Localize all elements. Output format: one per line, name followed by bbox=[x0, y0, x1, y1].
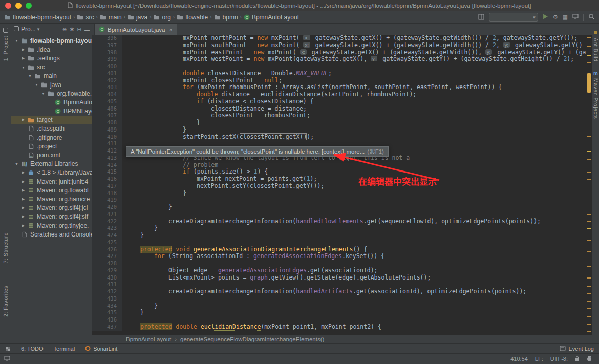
search-icon[interactable] bbox=[588, 13, 595, 22]
code-line[interactable]: 427for (String associationId : generated… bbox=[92, 253, 586, 260]
warning-stripe-mark[interactable] bbox=[587, 266, 591, 267]
code-line[interactable]: 425 bbox=[92, 239, 586, 246]
warning-stripe-mark[interactable] bbox=[587, 159, 591, 160]
code-line[interactable]: 400 bbox=[92, 63, 586, 70]
tree-item[interactable]: CBpmnAutoLayout bbox=[11, 98, 92, 106]
tooltip-more-link[interactable]: more... bbox=[347, 148, 365, 155]
warning-stripe-mark[interactable] bbox=[587, 324, 591, 325]
warning-stripe-mark[interactable] bbox=[587, 37, 591, 38]
play-icon[interactable] bbox=[543, 14, 548, 21]
tree-item[interactable]: ▶Maven: org.slf4j:slf bbox=[11, 212, 92, 221]
tree-item[interactable]: .classpath bbox=[11, 124, 92, 133]
warning-stripe-mark[interactable] bbox=[587, 62, 591, 63]
chevron-down-icon[interactable]: ▼ bbox=[13, 162, 20, 166]
tree-item[interactable]: ▶Maven: org.flowabl bbox=[11, 186, 92, 195]
code-line[interactable]: 397mxPoint southPoint = new mxPoint( x: … bbox=[92, 42, 586, 49]
code-line[interactable]: 414// problem bbox=[92, 162, 586, 169]
tree-item[interactable]: ▶.settings bbox=[11, 54, 92, 62]
code-line[interactable]: 420} bbox=[92, 204, 586, 211]
collapse-all-icon[interactable]: ⊟ bbox=[77, 27, 81, 32]
warning-stripe-mark[interactable] bbox=[587, 55, 591, 56]
lock-icon[interactable] bbox=[575, 356, 580, 362]
breadcrumb-item[interactable]: flowable-bpmn-layout bbox=[4, 14, 71, 21]
code-line[interactable]: 402mxPoint closestPoint = null; bbox=[92, 77, 586, 84]
code-line[interactable]: 435} bbox=[92, 309, 586, 316]
code-line[interactable]: 433 bbox=[92, 295, 586, 303]
caret-position[interactable]: 410:54 bbox=[510, 356, 528, 362]
warning-stripe-mark[interactable] bbox=[587, 316, 591, 317]
tree-item[interactable]: ▶Maven: junit:junit:4 bbox=[11, 177, 92, 186]
tree-item[interactable]: ▶Maven: org.slf4j:jcl bbox=[11, 204, 92, 212]
breadcrumb-item[interactable]: CBpmnAutoLayout bbox=[244, 14, 299, 21]
code-line[interactable]: 406closestDistance = distance; bbox=[92, 105, 586, 113]
breadcrumb-item[interactable]: bpmn bbox=[214, 14, 238, 21]
tree-item[interactable]: mpom.xml bbox=[11, 151, 92, 159]
code-line[interactable]: 419 bbox=[92, 197, 586, 204]
tree-item[interactable]: ▼src bbox=[11, 63, 92, 72]
code-line[interactable]: 432createDiagramInterchangeInformation(h… bbox=[92, 288, 586, 295]
code-line[interactable]: 398mxPoint eastPoint = new mxPoint( x: g… bbox=[92, 49, 586, 56]
chevron-right-icon[interactable]: ▶ bbox=[20, 48, 27, 52]
chevron-down-icon[interactable]: ▼ bbox=[40, 92, 47, 95]
warning-stripe-mark[interactable] bbox=[587, 308, 591, 309]
toolwindow-terminal[interactable]: Terminal bbox=[54, 346, 75, 352]
warning-stripe-mark[interactable] bbox=[587, 46, 591, 47]
screen-icon[interactable] bbox=[572, 14, 579, 20]
tree-item[interactable]: ▼main bbox=[11, 72, 92, 80]
close-icon[interactable]: × bbox=[169, 27, 173, 33]
file-encoding[interactable]: UTF-8: bbox=[550, 356, 568, 362]
code-line[interactable]: 405if (distance < closestDistance) { bbox=[92, 98, 586, 105]
tree-item[interactable]: ▶.idea bbox=[11, 45, 92, 54]
code-line[interactable]: 418} bbox=[92, 190, 586, 197]
tree-item[interactable]: Scratches and Consoles bbox=[11, 230, 92, 239]
code-line[interactable]: 396mxPoint northPoint = new mxPoint( x: … bbox=[92, 35, 586, 42]
toolwindow-switcher-icon[interactable] bbox=[4, 355, 10, 362]
breadcrumb-item[interactable]: org bbox=[153, 14, 170, 21]
breadcrumb-item[interactable]: src bbox=[77, 14, 94, 21]
warning-stripe-mark[interactable] bbox=[587, 151, 591, 152]
breadcrumb-class[interactable]: BpmnAutoLayout bbox=[126, 336, 171, 342]
code-line[interactable]: 424} bbox=[92, 232, 586, 239]
tree-item[interactable]: ▶< 1.8 > /Library/Java bbox=[11, 168, 92, 177]
chevron-right-icon[interactable]: ▶ bbox=[20, 118, 27, 122]
chevron-right-icon[interactable]: ▶ bbox=[20, 224, 27, 228]
chevron-down-icon[interactable]: ▼ bbox=[20, 66, 27, 69]
sidebar-item-ant-build[interactable]: Ant Build bbox=[592, 30, 599, 62]
tree-item[interactable]: ▶target bbox=[11, 116, 92, 124]
tree-item[interactable]: .gitignore bbox=[11, 133, 92, 142]
sidebar-item-favorites[interactable]: 2: Favorites bbox=[0, 286, 11, 317]
hector-icon[interactable] bbox=[587, 356, 592, 362]
tree-item[interactable]: ▼java bbox=[11, 80, 92, 89]
warning-stripe-mark[interactable] bbox=[587, 301, 591, 302]
code-line[interactable]: 421 bbox=[92, 211, 586, 218]
tree-item[interactable]: ▼flowable-bpmn-layout bbox=[11, 36, 92, 45]
sidebar-item-structure[interactable]: 7: Structure bbox=[0, 232, 11, 263]
breadcrumb-method[interactable]: generateSequenceFlowDiagramInterchangeEl… bbox=[180, 336, 324, 342]
code-line[interactable]: 437protected double euclidianDistance(mx… bbox=[92, 324, 586, 331]
code-editor[interactable]: 396mxPoint northPoint = new mxPoint( x: … bbox=[92, 35, 586, 335]
code-line[interactable]: 422createDiagramInterchangeInformation(h… bbox=[92, 218, 586, 225]
code-line[interactable]: 404double distance = euclidianDistance(s… bbox=[92, 91, 586, 98]
chevron-right-icon[interactable]: ▶ bbox=[20, 56, 27, 60]
warning-stripe-mark[interactable] bbox=[587, 331, 591, 332]
zoom-window-icon[interactable] bbox=[26, 3, 32, 9]
code-line[interactable]: 401double closestDistance = Double.MAX_V… bbox=[92, 70, 586, 77]
chevron-right-icon[interactable]: ▶ bbox=[20, 170, 27, 175]
code-line[interactable]: 436 bbox=[92, 316, 586, 324]
project-panel-title[interactable]: Pro... ▾ bbox=[21, 26, 39, 33]
locate-icon[interactable]: ⊕ bbox=[62, 27, 67, 32]
warning-stripe-mark[interactable] bbox=[587, 136, 591, 137]
code-line[interactable]: 407closestPoint = rhombusPoint; bbox=[92, 112, 586, 119]
close-window-icon[interactable] bbox=[5, 3, 11, 9]
code-line[interactable]: 399mxPoint westPoint = new mxPoint(gatew… bbox=[92, 56, 586, 63]
chevron-down-icon[interactable]: ▼ bbox=[33, 83, 40, 87]
grid-icon[interactable]: ▦ bbox=[563, 14, 568, 20]
settings-icon[interactable]: ✱ bbox=[70, 27, 74, 32]
code-line[interactable]: 428 bbox=[92, 260, 586, 267]
code-line[interactable]: 423} bbox=[92, 225, 586, 232]
hide-icon[interactable]: ▬ bbox=[84, 27, 90, 32]
warning-stripe-mark[interactable] bbox=[587, 221, 591, 222]
tab-bpmnautolayout[interactable]: C BpmnAutoLayout.java × bbox=[94, 24, 177, 35]
toolwindow-sonarlint[interactable]: SonarLint bbox=[85, 346, 117, 352]
breadcrumb-item[interactable]: main bbox=[100, 14, 122, 21]
